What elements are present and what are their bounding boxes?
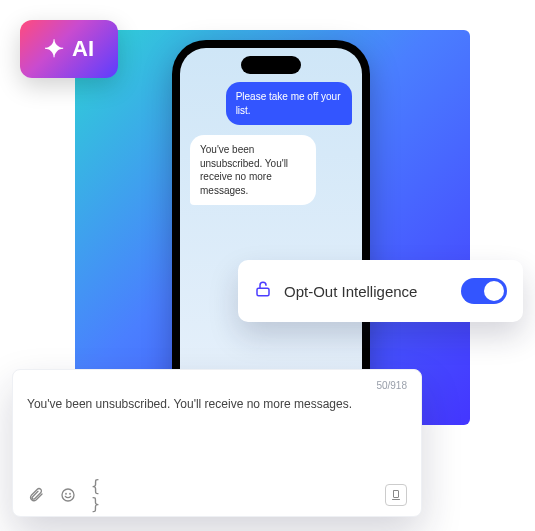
- chat-bubble-received: You've been unsubscribed. You'll receive…: [190, 135, 316, 205]
- svg-point-3: [70, 493, 71, 494]
- svg-rect-0: [257, 288, 269, 296]
- attachment-icon[interactable]: [27, 486, 45, 504]
- message-composer[interactable]: 50/918 You've been unsubscribed. You'll …: [12, 369, 422, 517]
- svg-point-1: [62, 489, 74, 501]
- ai-badge-label: AI: [72, 36, 94, 62]
- braces-icon[interactable]: { }: [91, 486, 109, 504]
- toggle-knob: [484, 281, 504, 301]
- feature-card: Opt-Out Intelligence: [238, 260, 523, 322]
- lock-icon: [254, 280, 272, 302]
- feature-card-label: Opt-Out Intelligence: [284, 283, 449, 300]
- composer-text[interactable]: You've been unsubscribed. You'll receive…: [27, 397, 407, 484]
- chat-bubble-sent: Please take me off your list.: [226, 82, 352, 125]
- svg-rect-4: [394, 491, 399, 498]
- ai-badge: ✦ AI: [20, 20, 118, 78]
- composer-toolbar: { }: [27, 484, 407, 506]
- character-counter: 50/918: [27, 380, 407, 391]
- emoji-icon[interactable]: [59, 486, 77, 504]
- svg-point-2: [66, 493, 67, 494]
- dynamic-island: [241, 56, 301, 74]
- sparkle-icon: ✦: [44, 37, 64, 61]
- insert-button[interactable]: [385, 484, 407, 506]
- opt-out-toggle[interactable]: [461, 278, 507, 304]
